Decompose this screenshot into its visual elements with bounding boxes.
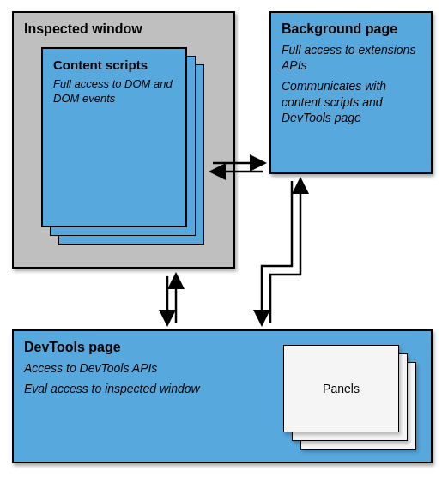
background-page-body-1: Full access to extensions APIs — [282, 42, 421, 73]
panels-label: Panels — [323, 382, 360, 395]
content-scripts-box: Content scripts Full access to DOM and D… — [41, 47, 187, 227]
devtools-page-body-1: Access to DevTools APIs — [24, 360, 239, 376]
devtools-page-body: Access to DevTools APIs Eval access to i… — [24, 360, 239, 396]
arrow-background-devtools — [262, 181, 300, 323]
arrow-inspected-devtools — [167, 276, 176, 323]
background-page-box: Background page Full access to extension… — [269, 11, 433, 174]
background-page-body-2: Communicates with content scripts and De… — [282, 78, 421, 125]
content-scripts-body: Full access to DOM and DOM events — [53, 77, 175, 106]
devtools-page-body-2: Eval access to inspected window — [24, 381, 239, 396]
diagram-canvas: Inspected window Content scripts Full ac… — [0, 0, 448, 477]
inspected-window-title: Inspected window — [24, 21, 223, 37]
background-page-title: Background page — [282, 21, 421, 37]
background-page-body: Full access to extensions APIs Communica… — [282, 42, 421, 125]
panels-box: Panels — [283, 345, 399, 432]
content-scripts-title: Content scripts — [53, 57, 175, 72]
